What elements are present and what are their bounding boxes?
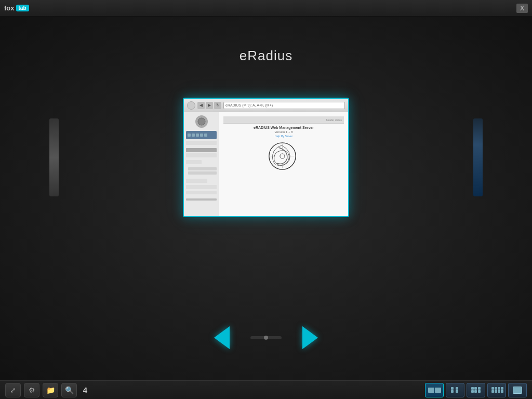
double-view-icon <box>451 387 459 393</box>
view-dot <box>456 387 458 390</box>
view-dot <box>474 387 477 390</box>
nav-dot-1 <box>188 134 191 137</box>
sidebar-group-item <box>188 167 217 170</box>
sidebar-item <box>186 148 217 152</box>
browser-logo <box>187 101 195 110</box>
grid-view-icon <box>491 387 502 393</box>
view-monitor-button[interactable] <box>508 383 527 397</box>
view-dot <box>478 387 481 390</box>
view-dot <box>501 390 503 393</box>
toolbar-left: ⤢ ⚙ 📁 🔍 4 <box>5 383 90 397</box>
toolbar: ⤢ ⚙ 📁 🔍 4 <box>0 380 532 399</box>
view-dot <box>491 387 494 390</box>
folder-icon: 📁 <box>46 386 55 394</box>
view-dot <box>456 390 458 393</box>
view-grid-button[interactable] <box>487 383 506 397</box>
sidebar-group-item <box>188 171 217 175</box>
sidebar-logo <box>195 115 208 128</box>
view-double-button[interactable] <box>446 383 464 397</box>
view-dot <box>501 387 503 390</box>
nav-dot-2 <box>192 134 195 137</box>
right-tab-thumbnail[interactable] <box>473 118 483 196</box>
page-link: Help My Server <box>275 135 292 138</box>
view-dot <box>435 388 441 393</box>
header-text: header status <box>326 118 342 122</box>
quad-view-icon <box>471 387 481 393</box>
page-header-bar: header status <box>223 116 344 124</box>
view-dot <box>471 387 474 390</box>
view-dot <box>451 390 454 393</box>
folder-button[interactable]: 📁 <box>43 383 58 397</box>
tab-strip: ◀ ▶ ↻ eRADIUS (M 9): A, A+F, (M+) <box>0 74 532 241</box>
main-content: eRadius ◀ ▶ ↻ eRADIUS (M 9): A, A+F, (M+… <box>0 17 532 380</box>
view-dot <box>498 387 500 390</box>
gear-icon: ⚙ <box>29 386 35 394</box>
single-view-icon <box>428 388 441 393</box>
sidebar-item <box>186 160 202 164</box>
view-dot <box>498 390 500 393</box>
toolbar-right <box>425 383 527 397</box>
nav-arrows <box>214 326 318 349</box>
view-single-button[interactable] <box>425 383 444 397</box>
eradius-logo <box>268 142 299 173</box>
view-dot <box>491 390 494 393</box>
view-quad-button[interactable] <box>467 383 485 397</box>
page-content: header status eRADIUS Web Management Ser… <box>184 112 348 216</box>
app-name: fox <box>4 4 15 12</box>
view-dot <box>451 387 454 390</box>
sidebar-item <box>186 141 217 145</box>
view-dot <box>495 387 497 390</box>
view-dot <box>474 390 477 393</box>
page-main-area: header status eRADIUS Web Management Ser… <box>219 112 348 216</box>
nav-back: ◀ <box>197 102 205 109</box>
nav-reload: ↻ <box>214 102 221 109</box>
prev-arrow[interactable] <box>214 326 230 349</box>
nav-forward: ▶ <box>206 102 213 109</box>
browser-chrome: ◀ ▶ ↻ eRADIUS (M 9): A, A+F, (M+) <box>184 99 348 112</box>
nav-dot-5 <box>204 134 207 137</box>
titlebar: fox tab X <box>0 0 532 17</box>
view-dot <box>495 390 497 393</box>
search-button[interactable]: 🔍 <box>61 383 77 397</box>
sidebar-footer <box>186 198 217 201</box>
address-bar: eRADIUS (M 9): A, A+F, (M+) <box>223 102 345 109</box>
sidebar-nav-bar <box>186 131 217 139</box>
view-dot <box>428 388 434 393</box>
monitor-icon <box>513 387 522 394</box>
left-tab-thumbnail[interactable] <box>49 118 59 196</box>
next-arrow[interactable] <box>302 326 318 349</box>
page-version: Version 1 + 8 <box>274 130 292 134</box>
svg-point-2 <box>280 154 285 158</box>
sidebar-item <box>186 191 217 194</box>
page-title: eRadius <box>240 48 292 64</box>
app-logo: fox tab <box>4 4 29 12</box>
sidebar-item <box>186 153 217 157</box>
sidebar-item <box>186 179 207 183</box>
sidebar-item <box>186 185 217 189</box>
nav-dot-3 <box>196 134 199 137</box>
expand-button[interactable]: ⤢ <box>5 383 21 397</box>
search-icon: 🔍 <box>65 386 74 394</box>
tab-count: 4 <box>80 385 90 394</box>
tab-badge: tab <box>16 5 29 11</box>
browser-nav: ◀ ▶ ↻ <box>197 102 221 109</box>
center-tab-card[interactable]: ◀ ▶ ↻ eRADIUS (M 9): A, A+F, (M+) <box>183 98 349 217</box>
page-sidebar <box>184 112 219 216</box>
svg-point-0 <box>198 118 205 125</box>
expand-icon: ⤢ <box>10 386 16 394</box>
page-main-title: eRADIUS Web Management Server <box>254 126 314 129</box>
view-dot <box>478 390 481 393</box>
view-dot <box>471 390 474 393</box>
settings-button[interactable]: ⚙ <box>24 383 39 397</box>
close-button[interactable]: X <box>516 4 528 13</box>
sidebar-group <box>186 167 217 175</box>
nav-dot-4 <box>200 134 203 137</box>
nav-dots <box>250 336 282 339</box>
